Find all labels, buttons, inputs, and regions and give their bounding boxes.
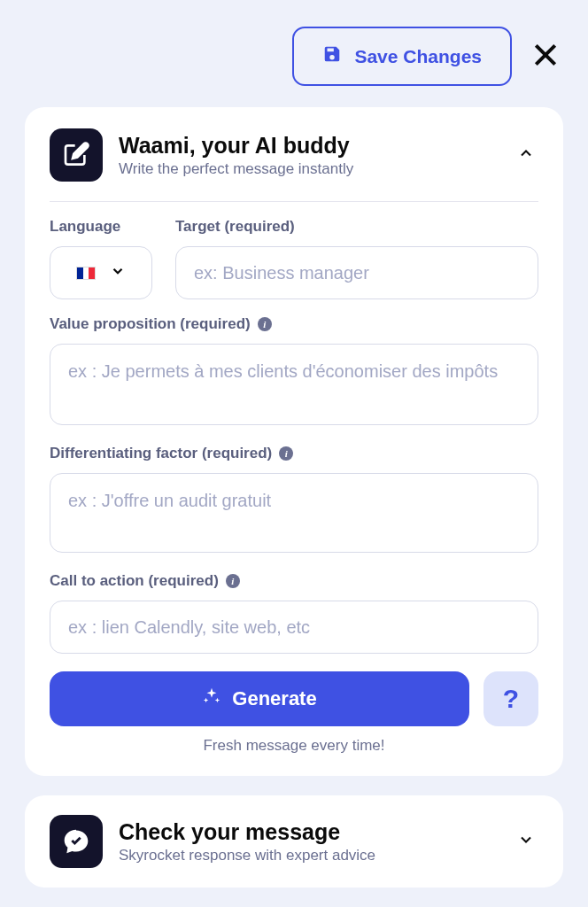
waami-card: Waami, your AI buddy Write the perfect m… — [25, 107, 563, 776]
info-icon[interactable]: i — [258, 317, 272, 331]
waami-card-header: Waami, your AI buddy Write the perfect m… — [50, 128, 538, 182]
help-button[interactable]: ? — [484, 671, 538, 726]
language-label: Language — [50, 218, 152, 236]
target-label: Target (required) — [175, 218, 538, 236]
chevron-up-icon — [517, 144, 535, 166]
save-icon — [322, 44, 342, 68]
chat-check-icon — [50, 815, 103, 868]
flag-france-icon — [76, 267, 96, 280]
waami-subtitle: Write the perfect message instantly — [119, 160, 498, 178]
close-button[interactable] — [528, 39, 563, 74]
value-prop-input[interactable] — [50, 344, 538, 425]
close-icon — [531, 41, 560, 72]
generate-label: Generate — [232, 687, 316, 710]
check-title: Check your message — [119, 819, 498, 845]
generate-button[interactable]: Generate — [50, 671, 469, 726]
divider — [50, 201, 538, 202]
generate-caption: Fresh message every time! — [50, 737, 538, 755]
value-prop-label: Value proposition (required) i — [50, 315, 538, 333]
info-icon[interactable]: i — [226, 574, 240, 588]
waami-title: Waami, your AI buddy — [119, 133, 498, 159]
cta-label: Call to action (required) i — [50, 572, 538, 590]
diff-factor-label: Differentiating factor (required) i — [50, 445, 538, 462]
diff-factor-input[interactable] — [50, 473, 538, 553]
cta-input[interactable] — [50, 601, 538, 654]
chevron-down-icon — [517, 831, 535, 852]
target-input[interactable] — [175, 246, 538, 299]
info-icon[interactable]: i — [279, 446, 293, 461]
save-changes-label: Save Changes — [354, 46, 482, 67]
save-changes-button[interactable]: Save Changes — [292, 27, 512, 86]
expand-check-button[interactable] — [514, 829, 538, 854]
top-bar: Save Changes — [0, 0, 588, 107]
compose-icon — [50, 128, 103, 182]
collapse-waami-button[interactable] — [514, 143, 538, 167]
check-card: Check your message Skyrocket response wi… — [25, 795, 563, 888]
sparkles-icon — [202, 686, 221, 711]
check-subtitle: Skyrocket response with expert advice — [119, 847, 498, 864]
check-card-header: Check your message Skyrocket response wi… — [50, 815, 538, 868]
language-select[interactable] — [50, 246, 152, 299]
chevron-down-icon — [110, 263, 126, 283]
